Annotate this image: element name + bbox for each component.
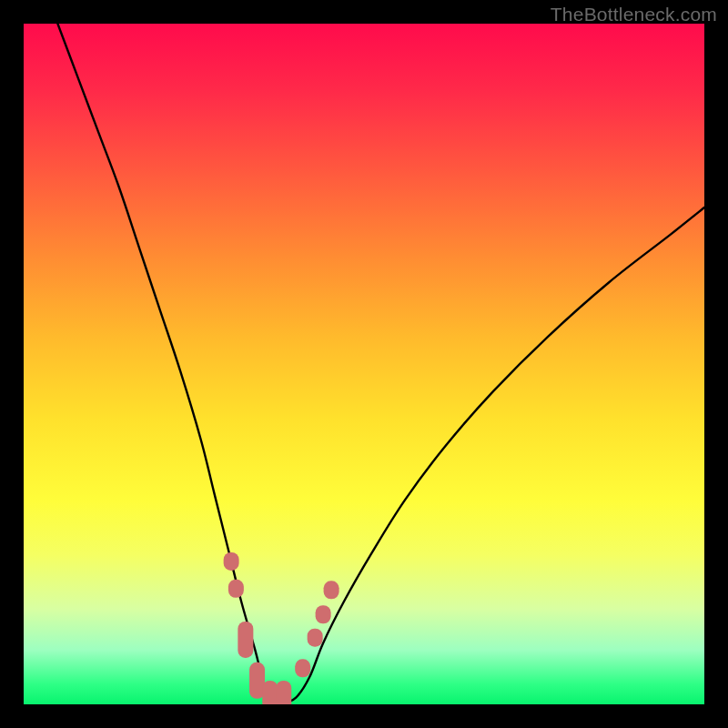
- marker-point: [308, 629, 323, 647]
- marker-point: [262, 681, 278, 704]
- marker-point: [228, 580, 244, 598]
- marker-point: [224, 552, 239, 571]
- marker-point: [276, 681, 291, 704]
- plot-area: [24, 24, 704, 704]
- marker-point: [238, 622, 253, 658]
- watermark-text: TheBottleneck.com: [551, 4, 717, 25]
- markers-group: [224, 552, 339, 704]
- outer-frame: TheBottleneck.com: [0, 0, 728, 728]
- curve-group: [57, 24, 704, 703]
- marker-point: [295, 659, 310, 677]
- marker-point: [316, 605, 331, 623]
- marker-point: [324, 581, 339, 599]
- bottleneck-curve: [57, 24, 704, 703]
- chart-svg: [24, 24, 704, 704]
